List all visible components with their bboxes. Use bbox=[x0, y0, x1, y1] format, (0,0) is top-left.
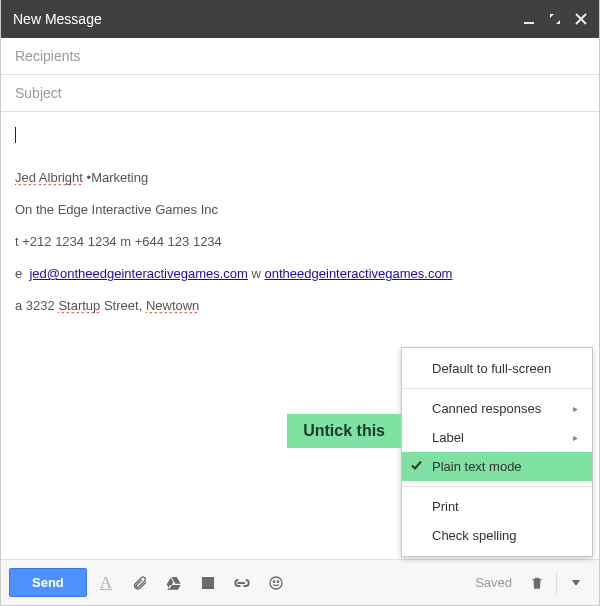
svg-point-2 bbox=[273, 581, 274, 582]
signature-address: a 3232 Startup Street, Newtown bbox=[15, 297, 585, 315]
menu-print[interactable]: Print bbox=[402, 492, 592, 521]
submenu-caret-icon: ▸ bbox=[573, 432, 578, 443]
more-options-menu: Default to full-screen Canned responses … bbox=[401, 347, 593, 557]
menu-default-fullscreen[interactable]: Default to full-screen bbox=[402, 354, 592, 383]
signature-web-link[interactable]: ontheedgeinteractivegames.com bbox=[265, 266, 453, 281]
menu-plain-text-mode[interactable]: Plain text mode bbox=[402, 452, 592, 481]
svg-point-3 bbox=[277, 581, 278, 582]
close-icon[interactable] bbox=[575, 13, 587, 25]
subject-field[interactable]: Subject bbox=[1, 75, 599, 112]
signature-block: Jed Albright •Marketing On the Edge Inte… bbox=[15, 169, 585, 316]
window-controls bbox=[523, 13, 587, 25]
svg-rect-0 bbox=[524, 22, 534, 24]
insert-drive-icon[interactable] bbox=[159, 568, 189, 598]
insert-link-icon[interactable] bbox=[227, 568, 257, 598]
text-cursor bbox=[15, 127, 16, 143]
svg-point-1 bbox=[270, 577, 282, 589]
signature-company: On the Edge Interactive Games Inc bbox=[15, 201, 585, 219]
menu-label[interactable]: Label ▸ bbox=[402, 423, 592, 452]
saved-indicator: Saved bbox=[475, 575, 512, 590]
signature-email-link[interactable]: jed@ontheedgeinteractivegames.com bbox=[29, 266, 247, 281]
menu-check-spelling[interactable]: Check spelling bbox=[402, 521, 592, 550]
more-options-button[interactable] bbox=[561, 568, 591, 598]
send-button[interactable]: Send bbox=[9, 568, 87, 597]
menu-separator bbox=[402, 486, 592, 487]
recipients-field[interactable]: Recipients bbox=[1, 38, 599, 75]
attach-file-icon[interactable] bbox=[125, 568, 155, 598]
signature-email-web: e jed@ontheedgeinteractivegames.com w on… bbox=[15, 265, 585, 283]
menu-separator bbox=[402, 388, 592, 389]
submenu-caret-icon: ▸ bbox=[573, 403, 578, 414]
window-title: New Message bbox=[13, 11, 102, 27]
discard-draft-icon[interactable] bbox=[522, 568, 552, 598]
annotation-callout: Untick this bbox=[287, 414, 401, 448]
check-icon bbox=[411, 459, 422, 474]
formatting-options-icon[interactable]: A bbox=[91, 568, 121, 598]
compose-window: New Message Recipients Subject Jed Albri… bbox=[0, 0, 600, 606]
toolbar-divider bbox=[556, 572, 557, 594]
titlebar: New Message bbox=[1, 0, 599, 38]
insert-photo-icon[interactable] bbox=[193, 568, 223, 598]
compose-toolbar: Send A Saved bbox=[1, 559, 599, 605]
signature-phone: t +212 1234 1234 m +644 123 1234 bbox=[15, 233, 585, 251]
insert-emoji-icon[interactable] bbox=[261, 568, 291, 598]
signature-name-line: Jed Albright •Marketing bbox=[15, 169, 585, 187]
menu-canned-responses[interactable]: Canned responses ▸ bbox=[402, 394, 592, 423]
minimize-icon[interactable] bbox=[523, 13, 535, 25]
fullscreen-icon[interactable] bbox=[549, 13, 561, 25]
